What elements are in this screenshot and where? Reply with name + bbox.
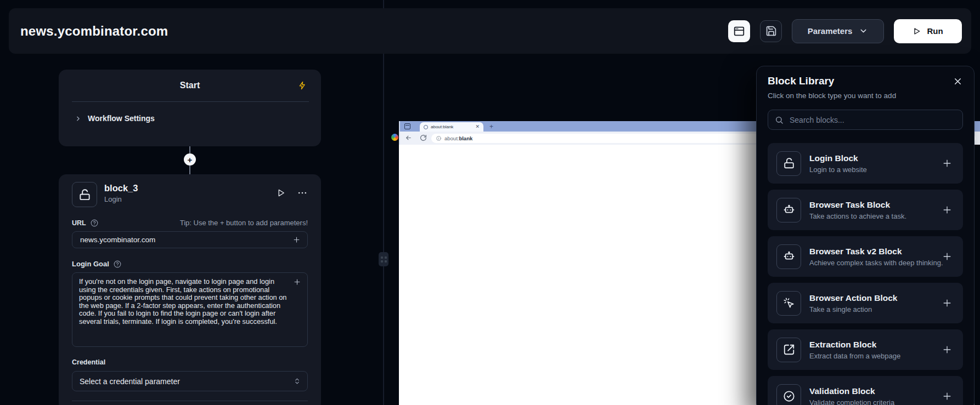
plus-icon <box>942 344 953 355</box>
block-name: block_3 <box>104 183 138 193</box>
reload-icon[interactable] <box>420 134 427 141</box>
goal-label-row: Login Goal <box>72 260 308 268</box>
browser-tab[interactable]: about:blank ✕ <box>420 122 483 132</box>
address-text: about:blank <box>444 135 472 141</box>
start-card-divider <box>72 101 309 102</box>
icon-box <box>776 291 801 316</box>
credential-label: Credential <box>72 358 105 366</box>
login-goal-textarea[interactable]: If you're not on the login page, navigat… <box>72 272 308 347</box>
add-url-parameter-button[interactable] <box>292 236 301 244</box>
browser-view-toggle-button[interactable] <box>728 20 750 42</box>
url-tip-text: Tip: Use the + button to add parameters! <box>180 219 308 227</box>
url-label-row: URL Tip: Use the + button to add paramet… <box>72 219 308 227</box>
robot-icon <box>783 250 795 263</box>
add-block-button[interactable] <box>942 204 953 215</box>
browser-profile-avatar <box>391 134 398 141</box>
help-circle-icon[interactable] <box>91 219 98 227</box>
chevron-right-icon <box>75 115 82 122</box>
divider-drag-handle[interactable] <box>379 252 388 266</box>
play-icon <box>276 188 286 198</box>
item-title: Login Block <box>809 153 933 163</box>
tab-close-icon[interactable]: ✕ <box>475 124 480 129</box>
item-title: Browser Action Block <box>809 293 933 303</box>
plus-icon <box>942 298 953 309</box>
icon-box <box>776 198 801 223</box>
item-title: Browser Task Block <box>809 200 933 210</box>
plus-icon <box>942 251 953 262</box>
back-arrow-icon[interactable] <box>405 134 412 141</box>
tab-title: about:blank <box>431 124 472 129</box>
run-button[interactable]: Run <box>894 19 962 43</box>
plus-icon <box>292 236 301 244</box>
help-circle-icon[interactable] <box>114 260 121 268</box>
workflow-settings-toggle[interactable]: Workflow Settings <box>75 114 321 123</box>
cursor-click-icon <box>783 297 795 309</box>
save-button[interactable] <box>760 20 782 42</box>
library-item-browser-task-block[interactable]: Browser Task Block Take actions to achie… <box>768 190 963 230</box>
workflow-title: news.ycombinator.com <box>20 24 168 39</box>
item-title: Validation Block <box>809 386 933 396</box>
ellipsis-icon <box>297 187 308 198</box>
library-item-login-block[interactable]: Login Block Login to a website <box>768 143 963 184</box>
add-block-button[interactable] <box>942 251 953 262</box>
block-list: Login Block Login to a website Browser T… <box>768 143 963 405</box>
icon-box <box>776 244 801 269</box>
plus-icon <box>942 158 953 169</box>
credential-select[interactable]: Select a credential parameter <box>72 371 308 391</box>
login-block-card[interactable]: block_3 Login URL Tip: Use the + button … <box>59 174 321 405</box>
library-item-browser-action-block[interactable]: Browser Action Block Take a single actio… <box>768 283 963 323</box>
lock-open-icon <box>783 157 795 169</box>
item-title: Extraction Block <box>809 340 933 350</box>
add-block-button[interactable] <box>942 391 953 402</box>
run-block-button[interactable] <box>276 188 286 198</box>
add-block-node-button[interactable]: + <box>184 153 196 166</box>
block-more-menu-button[interactable] <box>297 187 308 198</box>
globe-icon <box>424 125 428 129</box>
save-icon <box>765 25 777 37</box>
block-library-title: Block Library <box>768 75 834 87</box>
browser-window-icon <box>733 25 745 37</box>
header-actions: Parameters Run <box>728 19 962 43</box>
library-item-validation-block[interactable]: Validation Block Validate completion cri… <box>768 376 963 405</box>
top-header: news.ycombinator.com Parameters Run <box>9 8 971 54</box>
block-library-subtitle: Click on the block type you want to add <box>768 92 963 100</box>
icon-box <box>776 384 801 405</box>
parameters-label: Parameters <box>808 26 853 36</box>
login-goal-text: If you're not on the login page, navigat… <box>79 278 289 326</box>
login-block-header: block_3 Login <box>72 182 308 207</box>
login-card-divider <box>72 401 308 401</box>
chevron-down-icon <box>859 26 868 36</box>
add-goal-parameter-button[interactable] <box>293 278 301 286</box>
new-tab-button[interactable]: + <box>489 123 493 130</box>
plus-icon <box>293 278 301 286</box>
parameters-button[interactable]: Parameters <box>792 19 884 43</box>
search-icon <box>775 116 784 124</box>
library-item-extraction-block[interactable]: Extraction Block Extract data from a web… <box>768 329 963 370</box>
item-subtitle: Login to a website <box>809 166 933 174</box>
play-icon <box>913 27 921 36</box>
start-node-card[interactable]: Start Workflow Settings <box>59 70 321 146</box>
close-icon <box>953 76 963 87</box>
url-input[interactable] <box>79 235 292 244</box>
add-block-button[interactable] <box>942 158 953 169</box>
block-type-label: Login <box>104 195 138 203</box>
close-panel-button[interactable] <box>953 75 963 87</box>
tab-search-icon[interactable] <box>404 123 410 129</box>
add-block-button[interactable] <box>942 344 953 355</box>
add-block-button[interactable] <box>942 298 953 309</box>
chevrons-up-down-icon <box>294 378 301 385</box>
plus-icon <box>942 204 953 215</box>
icon-box <box>776 151 801 176</box>
start-node-header: Start <box>59 70 321 101</box>
search-input[interactable] <box>788 115 956 125</box>
app-stage: news.ycombinator.com Parameters Run Star… <box>0 0 980 405</box>
item-subtitle: Achieve complex tasks with deep thinking… <box>809 259 933 267</box>
item-subtitle: Take a single action <box>809 305 933 313</box>
block-library-panel: Block Library Click on the block type yo… <box>756 66 975 405</box>
block-actions <box>276 182 308 198</box>
url-input-wrap <box>72 231 308 248</box>
library-item-browser-task-v2-block[interactable]: Browser Task v2 Block Achieve complex ta… <box>768 236 963 277</box>
block-titles: block_3 Login <box>104 182 138 203</box>
robot-icon <box>783 204 795 216</box>
search-box <box>768 110 963 130</box>
